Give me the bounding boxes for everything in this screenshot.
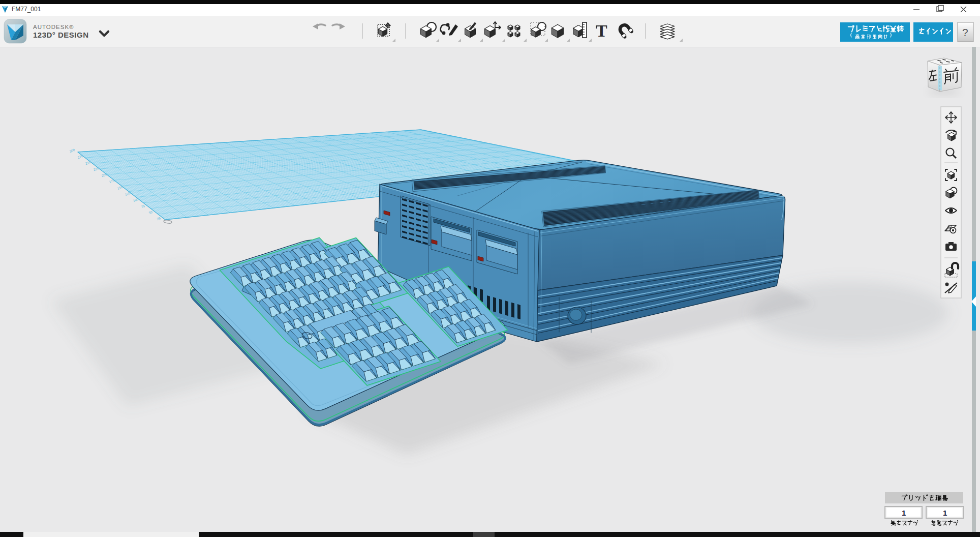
svg-text:?: ?	[962, 26, 968, 38]
svg-text:75: 75	[141, 204, 146, 208]
svg-text:1: 1	[943, 509, 947, 517]
svg-text:1: 1	[902, 509, 906, 517]
svg-text:123D° DESIGN: 123D° DESIGN	[33, 31, 89, 39]
svg-text:25: 25	[157, 216, 162, 221]
svg-text:AUTODESK®: AUTODESK®	[33, 24, 74, 30]
svg-text:T: T	[596, 21, 607, 40]
svg-text:300: 300	[69, 148, 76, 153]
svg-text:50: 50	[148, 210, 154, 215]
